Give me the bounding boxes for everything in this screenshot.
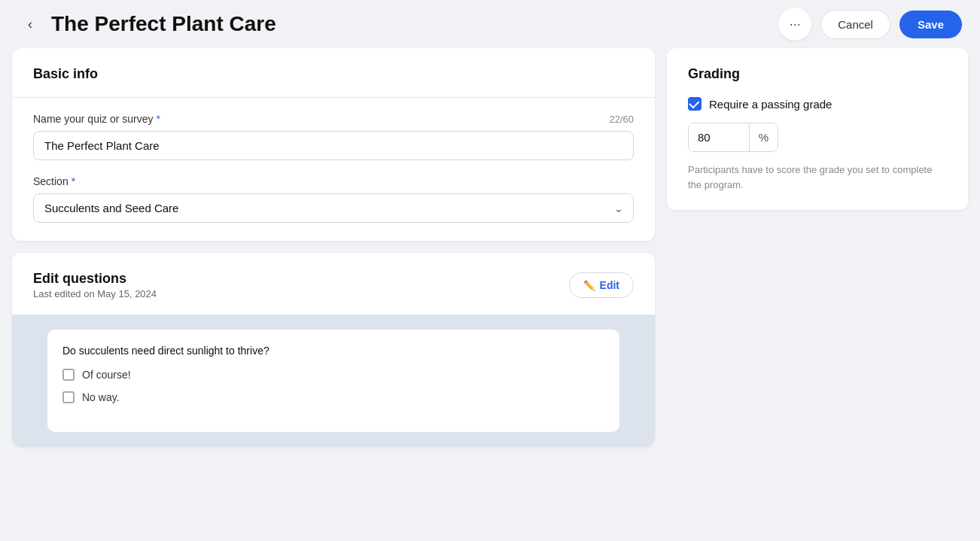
- grade-input-row: %: [688, 123, 778, 152]
- question-card: Do succulents need direct sunlight to th…: [47, 330, 619, 432]
- divider: [12, 97, 655, 98]
- grade-input[interactable]: [689, 123, 749, 151]
- section-select-wrapper: Succulents and Seed Care ⌄: [33, 193, 634, 223]
- name-label-text: Name your quiz or survey: [33, 113, 154, 125]
- grading-note: Participants have to score the grade you…: [688, 163, 947, 192]
- choice-option-1: Of course!: [62, 369, 604, 381]
- section-required-star: *: [72, 175, 75, 187]
- grading-title: Grading: [688, 66, 947, 82]
- section-label-text: Section: [33, 175, 68, 187]
- grade-percent: %: [749, 123, 778, 151]
- main-layout: Basic info Name your quiz or survey * 22…: [0, 48, 980, 541]
- require-passing-checkbox[interactable]: [688, 97, 702, 111]
- left-column: Basic info Name your quiz or survey * 22…: [12, 48, 655, 529]
- more-button[interactable]: ···: [778, 8, 811, 41]
- more-icon: ···: [790, 17, 801, 32]
- grading-card: Grading Require a passing grade % Partic…: [667, 48, 968, 210]
- quiz-name-input[interactable]: [33, 131, 634, 160]
- cancel-button[interactable]: Cancel: [820, 10, 890, 39]
- edit-button[interactable]: ✏️ Edit: [569, 272, 634, 298]
- name-required-star: *: [157, 113, 160, 125]
- question-preview-area: Do succulents need direct sunlight to th…: [12, 315, 655, 447]
- require-passing-row: Require a passing grade: [688, 97, 947, 111]
- edit-questions-card: Edit questions Last edited on May 15, 20…: [12, 253, 655, 447]
- name-field-group: Name your quiz or survey * 22/60: [33, 113, 634, 160]
- header-actions: ··· Cancel Save: [778, 8, 962, 41]
- section-select[interactable]: Succulents and Seed Care: [33, 193, 634, 223]
- edit-questions-left: Edit questions Last edited on May 15, 20…: [33, 271, 157, 299]
- header: ‹ The Perfect Plant Care ··· Cancel Save: [0, 0, 980, 48]
- choice-checkbox-1[interactable]: [62, 369, 75, 381]
- choice-checkbox-2[interactable]: [62, 391, 75, 403]
- question-text: Do succulents need direct sunlight to th…: [62, 345, 604, 357]
- edit-questions-title: Edit questions: [33, 271, 157, 287]
- edit-questions-header: Edit questions Last edited on May 15, 20…: [33, 271, 634, 299]
- edit-button-label: Edit: [600, 279, 619, 291]
- choice-label-2: No way.: [82, 391, 120, 403]
- pencil-icon: ✏️: [583, 280, 595, 291]
- choice-option-2: No way.: [62, 391, 604, 403]
- name-field-label: Name your quiz or survey * 22/60: [33, 113, 634, 125]
- section-field-group: Section * Succulents and Seed Care ⌄: [33, 175, 634, 223]
- right-column: Grading Require a passing grade % Partic…: [667, 48, 968, 529]
- page-title: The Perfect Plant Care: [51, 12, 769, 36]
- edit-questions-inner: Edit questions Last edited on May 15, 20…: [12, 253, 655, 315]
- back-button[interactable]: ‹: [18, 12, 42, 36]
- require-passing-label: Require a passing grade: [709, 98, 832, 111]
- char-count: 22/60: [609, 114, 634, 125]
- basic-info-card: Basic info Name your quiz or survey * 22…: [12, 48, 655, 241]
- save-button[interactable]: Save: [899, 11, 962, 38]
- section-field-label: Section *: [33, 175, 634, 187]
- choice-label-1: Of course!: [82, 369, 131, 381]
- last-edited-text: Last edited on May 15, 2024: [33, 288, 157, 299]
- basic-info-title: Basic info: [33, 66, 634, 82]
